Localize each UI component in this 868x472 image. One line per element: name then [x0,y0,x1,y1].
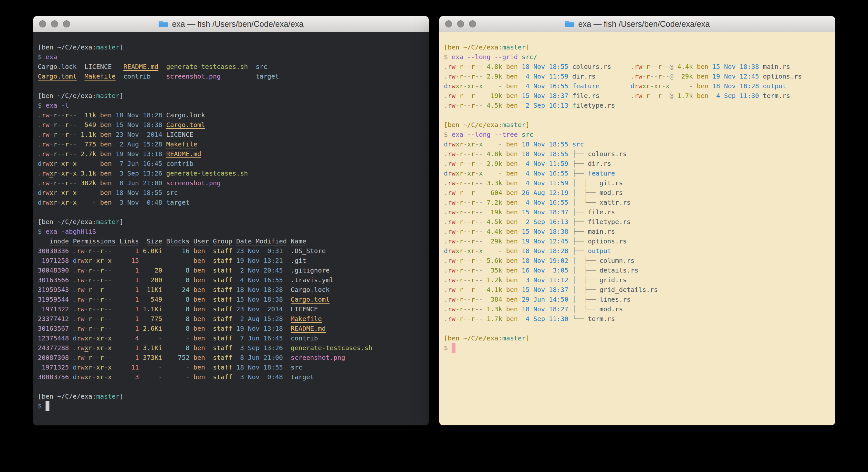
terminal-line: 30163566 .rw-r--r-- 1 200 8 ben staff 4 … [38,275,424,285]
terminal-line [38,81,424,91]
window-title: exa — fish /Users/ben/Code/exa/exa [158,20,303,29]
terminal-line [444,324,831,333]
terminal-line: .rw-r--r-- 3.3k ben 4 Nov 11:59 │ ├── gi… [444,178,831,188]
traffic-lights [445,16,476,32]
minimize-button[interactable] [457,20,464,28]
terminal-line: [ben ~/C/e/exa:master] [444,333,831,343]
window-title-text: exa — fish /Users/ben/Code/exa/exa [578,20,710,29]
terminal-line: .rw-r--r-- 29k ben 19 Nov 12:45 ├── opti… [444,236,831,246]
terminal-line: 30083756 drwxr-xr-x 3 - - ben staff 3 No… [38,372,424,382]
terminal-line: 24377288 .rwxr-xr-x 1 3.1Ki 8 ben staff … [38,343,424,353]
terminal-line: 12375448 drwxr-xr-x 4 - - ben staff 7 Ju… [38,333,424,343]
terminal-line: $ exa [38,52,424,62]
terminal-line: [ben ~/C/e/exa:master] [444,42,831,52]
terminal-line: .rw-r--r-- 604 ben 26 Aug 12:19 │ ├── mo… [444,188,831,198]
terminal-line: .rw-r--r-- 1.7k ben 4 Sep 11:30 └── term… [444,314,831,324]
terminal-cursor [45,401,50,411]
terminal-line: 23377412 .rw-r--r-- 1 775 8 ben staff 2 … [38,314,424,324]
terminal-line: inode Permissions Links Size Blocks User… [38,236,424,246]
terminal-line: $ [444,343,831,353]
terminal-line [444,110,831,120]
terminal-line: .rw-r--r-- 4.8k ben 18 Nov 18:55 ├── col… [444,149,831,159]
terminal-line: 1971322 .rw-r--r-- 1 1.1Ki 8 ben staff 2… [38,304,424,314]
terminal-output[interactable]: [ben ~/C/e/exa:master]$ exaCargo.lock LI… [33,32,429,425]
terminal-line: [ben ~/C/e/exa:master] [38,91,424,100]
terminal-line: .rw-r--r-- 1.2k ben 3 Nov 11:12 │ ├── gr… [444,275,831,285]
terminal-line: .rw-r--r-- 35k ben 16 Nov 3:05 │ ├── det… [444,265,831,275]
close-button[interactable] [39,20,46,28]
window-title-text: exa — fish /Users/ben/Code/exa/exa [172,20,303,29]
terminal-line: [ben ~/C/e/exa:master] [444,120,831,130]
terminal-line: .rw-r--r-- 2.9k ben 4 Nov 11:59 ├── dir.… [444,159,831,169]
terminal-line: .rw-r--r-- 7.2k ben 4 Nov 16:55 │ └── xa… [444,198,831,207]
traffic-lights [39,16,70,32]
terminal-line: .rw-r--r-- 4.1k ben 15 Nov 18:37 │ ├── g… [444,285,831,295]
terminal-line: 30048390 .rw-r--r-- 1 20 8 ben staff 2 N… [38,265,424,275]
terminal-line: Cargo.toml Makefile contrib screenshot.p… [38,71,424,81]
terminal-line: 20087308 .rw-r--r-- 1 373Ki 752 ben staf… [38,353,424,362]
terminal-line: 30163567 .rw-r--r-- 1 2.6Ki 8 ben staff … [38,324,424,333]
terminal-line: 1971258 drwxr-xr-x 15 - - ben staff 19 N… [38,256,424,265]
folder-icon [158,20,168,28]
titlebar[interactable]: exa — fish /Users/ben/Code/exa/exa [439,16,835,32]
terminal-line: [ben ~/C/e/exa:master] [38,217,424,227]
terminal-line: .rw-r--r-- 11k ben 18 Nov 18:28 Cargo.lo… [38,110,424,120]
terminal-line: .rw-r--r-- 5.6k ben 18 Nov 19:02 │ ├── c… [444,256,831,265]
terminal-line: 31959543 .rw-r--r-- 1 11Ki 24 ben staff … [38,285,424,295]
terminal-window-light: exa — fish /Users/ben/Code/exa/exa [ben … [439,16,835,425]
terminal-line: 31959544 .rw-r--r-- 1 549 8 ben staff 15… [38,295,424,304]
terminal-line: .rw-r--r-- 4.8k ben 18 Nov 18:55 colours… [444,62,831,71]
terminal-line: .rw-r--r-- 2.9k ben 4 Nov 11:59 dir.rs .… [444,71,831,81]
terminal-line: [ben ~/C/e/exa:master] [38,42,424,52]
terminal-line: .rw-r--r-- 384 ben 29 Jun 14:50 │ ├── li… [444,295,831,304]
folder-icon [565,20,575,28]
terminal-line: [ben ~/C/e/exa:master] [38,391,424,401]
terminal-output[interactable]: [ben ~/C/e/exa:master]$ exa --long --gri… [439,32,835,425]
zoom-button[interactable] [63,20,70,28]
terminal-line: drwxr-xr-x - ben 3 Nov 0:48 target [38,198,424,207]
window-title: exa — fish /Users/ben/Code/exa/exa [565,20,710,29]
terminal-line: .rwxr-xr-x 3.1k ben 3 Sep 13:26 generate… [38,169,424,178]
terminal-line: .rw-r--r-- 382k ben 8 Jun 21:00 screensh… [38,178,424,188]
terminal-line: .rw-r--r-- 1.3k ben 18 Nov 18:27 │ └── m… [444,304,831,314]
terminal-line: 1971325 drwxr-xr-x 11 - - ben staff 18 N… [38,362,424,372]
terminal-line: .rw-r--r-- 549 ben 15 Nov 18:38 Cargo.to… [38,120,424,130]
terminal-line: drwxr-xr-x - ben 18 Nov 18:28 ├── output [444,246,831,256]
terminal-line: .rw-r--r-- 4.5k ben 2 Sep 16:13 filetype… [444,100,831,110]
terminal-line [38,207,424,217]
terminal-line: $ exa --long --grid src/ [444,52,831,62]
terminal-line: $ exa -l [38,100,424,110]
terminal-line: .rw-r--r-- 19k ben 15 Nov 18:37 file.rs … [444,91,831,100]
terminal-line: drwxr-xr-x - ben 4 Nov 16:55 ├── feature [444,169,831,178]
terminal-line: .rw-r--r-- 19k ben 15 Nov 18:37 ├── file… [444,207,831,217]
terminal-line: $ exa -abghHliS [38,227,424,236]
terminal-line: .rw-r--r-- 4.5k ben 2 Sep 16:13 ├── file… [444,217,831,227]
terminal-line: .rw-r--r-- 4.4k ben 15 Nov 18:38 ├── mai… [444,227,831,236]
terminal-line: 30030336 .rw-r--r-- 1 6.0Ki 16 ben staff… [38,246,424,256]
terminal-line: Cargo.lock LICENCE README.md generate-te… [38,62,424,71]
terminal-line: drwxr-xr-x - ben 7 Jun 16:45 contrib [38,159,424,169]
titlebar[interactable]: exa — fish /Users/ben/Code/exa/exa [33,16,429,32]
terminal-line: .rw-r--r-- 1.1k ben 23 Nov 2014 LICENCE [38,130,424,139]
terminal-line: drwxr-xr-x - ben 18 Nov 18:55 src [38,188,424,198]
zoom-button[interactable] [469,20,476,28]
terminal-cursor [452,343,456,353]
terminal-line: $ exa --long --tree src [444,130,831,139]
terminal-line: .rw-r--r-- 775 ben 2 Aug 15:28 Makefile [38,139,424,149]
close-button[interactable] [445,20,452,28]
minimize-button[interactable] [51,20,58,28]
terminal-line: drwxr-xr-x - ben 4 Nov 16:55 feature drw… [444,81,831,91]
terminal-line: .rw-r--r-- 2.7k ben 19 Nov 13:18 README.… [38,149,424,159]
terminal-line: $ [38,401,424,411]
terminal-window-dark: exa — fish /Users/ben/Code/exa/exa [ben … [33,16,429,425]
terminal-line: drwxr-xr-x - ben 18 Nov 18:55 src [444,139,831,149]
terminal-line [38,382,424,391]
